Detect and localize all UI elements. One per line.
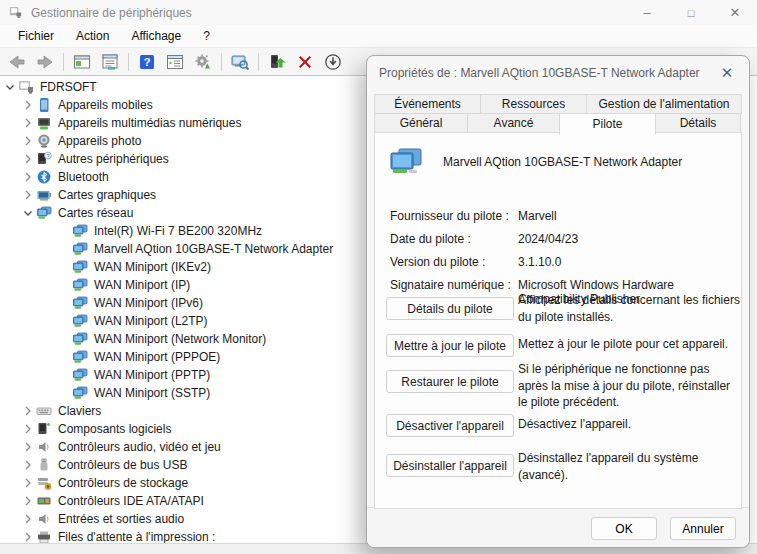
driver-field: Date du pilote :2024/04/23: [390, 232, 729, 246]
chevron-right-icon[interactable]: [20, 421, 36, 437]
chevron-right-icon[interactable]: [20, 511, 36, 527]
computer-search-icon[interactable]: [227, 50, 253, 74]
tree-spacer: [56, 223, 72, 239]
field-value: 3.1.10.0: [518, 255, 561, 269]
list-view-icon[interactable]: [162, 50, 188, 74]
tree-item-label: WAN Miniport (SSTP): [94, 386, 210, 400]
désactiver-l'appareil-button[interactable]: Désactiver l'appareil: [386, 414, 514, 437]
action-description: Mettez à jour le pilote pour cet apparei…: [518, 336, 740, 353]
menu-item-affichage[interactable]: Affichage: [121, 27, 191, 45]
chevron-right-icon[interactable]: [20, 133, 36, 149]
tree-item-label: Contrôleurs IDE ATA/ATAPI: [58, 494, 204, 508]
close-button[interactable]: ✕: [713, 0, 757, 25]
chevron-right-icon[interactable]: [20, 403, 36, 419]
chevron-down-icon[interactable]: [20, 205, 36, 221]
chevron-right-icon[interactable]: [20, 187, 36, 203]
tree-item-label: Appareils mobiles: [58, 98, 153, 112]
storage-icon: [36, 475, 52, 491]
tree-item-label: Files d'attente à l'impression :: [58, 530, 215, 543]
tree-item-label: WAN Miniport (Network Monitor): [94, 332, 266, 346]
toolbar-separator: [128, 53, 129, 71]
action-description: Désactivez l'appareil.: [518, 416, 740, 433]
menu-item-?[interactable]: ?: [193, 27, 220, 45]
unknown-icon: ?: [36, 151, 52, 167]
ok-button[interactable]: OK: [591, 517, 657, 540]
tab-détails[interactable]: Détails: [655, 113, 741, 133]
dialog-close-icon[interactable]: ✕: [717, 64, 737, 82]
network-adapter-icon: [389, 147, 423, 177]
field-value: Marvell: [518, 209, 557, 223]
tree-item-label: WAN Miniport (IPv6): [94, 296, 203, 310]
tab-événements[interactable]: Événements: [374, 94, 481, 114]
chevron-down-icon[interactable]: [2, 79, 18, 95]
network-icon: [72, 313, 88, 329]
cancel-button[interactable]: Annuler: [670, 517, 736, 540]
disable-icon[interactable]: [320, 50, 346, 74]
tab-avancé[interactable]: Avancé: [467, 113, 560, 133]
chevron-right-icon[interactable]: [20, 97, 36, 113]
dialog-title: Propriétés de : Marvell AQtion 10GBASE-T…: [379, 66, 700, 80]
tab-général[interactable]: Général: [374, 113, 468, 133]
network-icon: [72, 331, 88, 347]
toolbar-separator: [221, 53, 222, 71]
show-console-tree-icon[interactable]: [69, 50, 95, 74]
tree-spacer: [56, 385, 72, 401]
tree-item-label: Cartes réseau: [58, 206, 133, 220]
tab-ressources[interactable]: Ressources: [480, 94, 587, 114]
field-value: 2024/04/23: [518, 232, 578, 246]
chevron-right-icon[interactable]: [20, 529, 36, 543]
field-label: Fournisseur du pilote :: [390, 209, 518, 223]
chevron-right-icon[interactable]: [20, 151, 36, 167]
détails-du-pilote-button[interactable]: Détails du pilote: [386, 297, 514, 320]
tree-item-label: Appareils multimédias numériques: [58, 116, 241, 130]
action-description: Affichez les détails concernant les fich…: [518, 292, 740, 325]
tree-item-label: Composants logiciels: [58, 422, 171, 436]
tab-gestion-de-l-alimentation[interactable]: Gestion de l'alimentation: [586, 94, 742, 114]
scan-hardware-icon[interactable]: [190, 50, 216, 74]
menu-bar: FichierActionAffichage?: [0, 25, 757, 47]
mettre-à-jour-le-pilote-button[interactable]: Mettre à jour le pilote: [386, 334, 514, 357]
camera-icon: [36, 133, 52, 149]
action-description: Si le périphérique ne fonctionne pas apr…: [518, 361, 740, 411]
help-icon[interactable]: ?: [134, 50, 160, 74]
tree-item-label: Autres périphériques: [58, 152, 169, 166]
chevron-right-icon[interactable]: [20, 475, 36, 491]
menu-item-action[interactable]: Action: [66, 27, 119, 45]
tree-spacer: [56, 349, 72, 365]
tree-item-label: FDRSOFT: [40, 80, 97, 94]
audio-icon: [36, 439, 52, 455]
chevron-right-icon[interactable]: [20, 115, 36, 131]
chevron-right-icon[interactable]: [20, 169, 36, 185]
title-bar: Gestionnaire de périphériques – □ ✕: [0, 0, 757, 25]
menu-item-fichier[interactable]: Fichier: [8, 27, 64, 45]
back-icon[interactable]: [4, 50, 30, 74]
network-icon: [72, 349, 88, 365]
chevron-right-icon[interactable]: [20, 493, 36, 509]
tree-spacer: [56, 277, 72, 293]
dialog-header: Propriétés de : Marvell AQtion 10GBASE-T…: [367, 56, 749, 90]
désinstaller-l'appareil-button[interactable]: Désinstaller l'appareil: [386, 454, 514, 477]
software-icon: [36, 421, 52, 437]
ide-icon: [36, 493, 52, 509]
tab-pilote[interactable]: Pilote: [559, 113, 656, 135]
update-driver-icon[interactable]: [264, 50, 290, 74]
chevron-right-icon[interactable]: [20, 457, 36, 473]
properties-icon[interactable]: [97, 50, 123, 74]
maximize-button[interactable]: □: [669, 0, 713, 25]
restaurer-le-pilote-button[interactable]: Restaurer le pilote: [386, 370, 514, 393]
minimize-button[interactable]: –: [625, 0, 669, 25]
audio-icon: [36, 511, 52, 527]
tree-item-label: WAN Miniport (PPTP): [94, 368, 210, 382]
driver-field: Fournisseur du pilote :Marvell: [390, 209, 729, 223]
network-icon: [36, 205, 52, 221]
toolbar-separator: [63, 53, 64, 71]
gpu-icon: [36, 187, 52, 203]
svg-text:?: ?: [46, 153, 49, 159]
chevron-right-icon[interactable]: [20, 439, 36, 455]
forward-icon[interactable]: [32, 50, 58, 74]
properties-dialog: Propriétés de : Marvell AQtion 10GBASE-T…: [366, 55, 750, 548]
tree-item-label: Cartes graphiques: [58, 188, 156, 202]
tree-item-label: Bluetooth: [58, 170, 109, 184]
device-name: Marvell AQtion 10GBASE-T Network Adapter: [443, 155, 682, 169]
uninstall-icon[interactable]: [292, 50, 318, 74]
